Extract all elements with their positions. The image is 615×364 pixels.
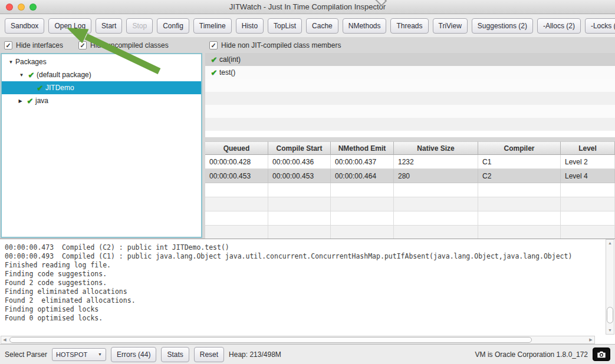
log-horizontal-scrollbar[interactable] [1, 336, 595, 344]
column-header-compile-start[interactable]: Compile Start [268, 141, 331, 155]
log-line: Found 0 optimised locks. [5, 314, 615, 323]
table-empty-row [205, 183, 615, 197]
triview-button[interactable]: TriView [433, 18, 468, 34]
cell-compiler: C1 [478, 155, 561, 169]
vertical-scroll-thumb[interactable] [607, 307, 613, 323]
title-bar: JITWatch - Just In Time Compilation Insp… [0, 0, 615, 14]
allocs-button[interactable]: -Allocs (2) [537, 18, 581, 34]
column-header-level[interactable]: Level [561, 141, 615, 155]
locks-button[interactable]: -Locks (0) [585, 18, 615, 34]
table-header-row: Queued Compile Start NMethod Emit Native… [205, 141, 615, 155]
errors-button[interactable]: Errors (44) [111, 347, 156, 362]
hide-uncompiled-label: Hide uncompiled classes [90, 41, 169, 49]
tree-item-label: Packages [15, 58, 47, 66]
package-tree: Packages (default package) JITDemo java [1, 53, 202, 238]
member-item-test[interactable]: test() [205, 66, 615, 79]
select-parser-label: Select Parser [5, 350, 47, 359]
column-header-compiler[interactable]: Compiler [478, 141, 561, 155]
vm-info-label: VM is Oracle Corporation 1.8.0_172 [475, 350, 588, 359]
compiled-check-icon [25, 97, 35, 105]
cell-native-size: 280 [394, 169, 478, 183]
log-line: Found 2 eliminated allocations. [5, 296, 615, 305]
status-bar: Select Parser HOTSPOT Errors (44) Stats … [0, 344, 615, 364]
main-split-area: Hide interfaces Hide uncompiled classes … [0, 37, 615, 239]
suggestions-button[interactable]: Suggestions (2) [472, 18, 533, 34]
disclosure-open-icon[interactable] [17, 72, 26, 78]
hide-uncompiled-checkbox[interactable] [78, 41, 87, 49]
heap-usage-label: Heap: 213/498M [229, 350, 281, 359]
threads-button[interactable]: Threads [390, 18, 428, 34]
table-row[interactable]: 00:00:00.453 00:00:00.453 00:00:00.464 2… [205, 169, 615, 183]
window-title: JITWatch - Just In Time Compilation Insp… [0, 2, 615, 11]
compiled-check-icon [26, 71, 37, 80]
nmethods-button[interactable]: NMethods [343, 18, 387, 34]
open-log-button[interactable]: Open Log [48, 18, 91, 34]
toplist-button[interactable]: TopList [268, 18, 302, 34]
hide-interfaces-label: Hide interfaces [16, 41, 63, 49]
table-empty-row [205, 226, 615, 239]
column-header-queued[interactable]: Queued [205, 141, 268, 155]
member-list-empty-row [205, 118, 615, 131]
sandbox-button[interactable]: Sandbox [5, 18, 44, 34]
member-list: cal(int) test() [205, 53, 615, 137]
reset-button[interactable]: Reset [194, 347, 224, 362]
main-toolbar: Sandbox Open Log Start Stop Config Timel… [0, 15, 615, 37]
left-filter-row: Hide interfaces Hide uncompiled classes [4, 37, 202, 54]
hide-non-jit-label: Hide non JIT-compiled class members [221, 41, 341, 49]
cell-compile-start: 00:00:00.436 [268, 155, 331, 169]
tree-item-packages[interactable]: Packages [2, 55, 201, 68]
screenshot-button[interactable] [593, 348, 610, 361]
column-header-nmethod-emit[interactable]: NMethod Emit [331, 141, 394, 155]
dropdown-caret-icon [98, 352, 102, 356]
hide-interfaces-checkbox[interactable] [4, 41, 12, 49]
camera-icon [597, 350, 606, 359]
tree-item-default-package[interactable]: (default package) [2, 68, 201, 81]
right-filter-row: Hide non JIT-compiled class members [209, 37, 610, 54]
stats-button[interactable]: Stats [161, 347, 189, 362]
disclosure-open-icon[interactable] [6, 59, 15, 65]
log-line: 00:00:00.473 Compiled (C2) : public int … [5, 243, 615, 252]
parser-select[interactable]: HOTSPOT [52, 348, 106, 361]
member-label: test() [219, 68, 235, 77]
cell-level: Level 4 [561, 169, 615, 183]
member-list-empty-row [205, 105, 615, 118]
table-empty-row [205, 211, 615, 226]
log-line: 00:00:00.493 Compiled (C1) : public java… [5, 252, 615, 261]
log-line: Finished reading log file. [5, 261, 615, 270]
tree-item-jitdemo[interactable]: JITDemo [2, 81, 201, 94]
scroll-right-icon[interactable] [587, 336, 594, 343]
cache-button[interactable]: Cache [306, 18, 338, 34]
log-output-pane[interactable]: 00:00:00.473 Compiled (C2) : public int … [0, 239, 615, 345]
log-line: Finding optimised locks [5, 305, 615, 314]
cell-compiler: C2 [478, 169, 561, 183]
tree-item-label: (default package) [37, 71, 91, 79]
class-members-pane: cal(int) test() Queued Compile Start NMe… [205, 53, 615, 239]
tree-item-java[interactable]: java [2, 94, 201, 107]
table-empty-row [205, 197, 615, 211]
parser-value: HOTSPOT [56, 351, 87, 358]
column-header-native-size[interactable]: Native Size [394, 141, 478, 155]
log-vertical-scrollbar[interactable] [606, 239, 614, 335]
stop-button: Stop [126, 18, 153, 34]
tree-item-label: java [35, 97, 48, 105]
scroll-left-icon[interactable] [1, 336, 8, 343]
hide-non-jit-checkbox[interactable] [209, 41, 218, 49]
member-list-empty-row [205, 92, 615, 105]
horizontal-scroll-thumb[interactable] [9, 337, 532, 343]
log-line: Finding eliminated allocations [5, 287, 615, 296]
compiled-check-icon [209, 68, 219, 77]
disclosure-closed-icon[interactable] [16, 98, 25, 104]
scroll-up-icon[interactable] [606, 240, 614, 247]
cell-queued: 00:00:00.428 [205, 155, 268, 169]
cell-nmethod-emit: 00:00:00.464 [331, 169, 394, 183]
cell-compile-start: 00:00:00.453 [268, 169, 331, 183]
start-button[interactable]: Start [96, 18, 122, 34]
timeline-button[interactable]: Timeline [193, 18, 232, 34]
tree-item-label: JITDemo [45, 84, 74, 92]
scroll-down-icon[interactable] [606, 327, 614, 334]
table-row[interactable]: 00:00:00.428 00:00:00.436 00:00:00.437 1… [205, 155, 615, 169]
histo-button[interactable]: Histo [236, 18, 264, 34]
member-item-cal[interactable]: cal(int) [205, 53, 615, 66]
config-button[interactable]: Config [157, 18, 189, 34]
compilations-table: Queued Compile Start NMethod Emit Native… [205, 141, 615, 239]
